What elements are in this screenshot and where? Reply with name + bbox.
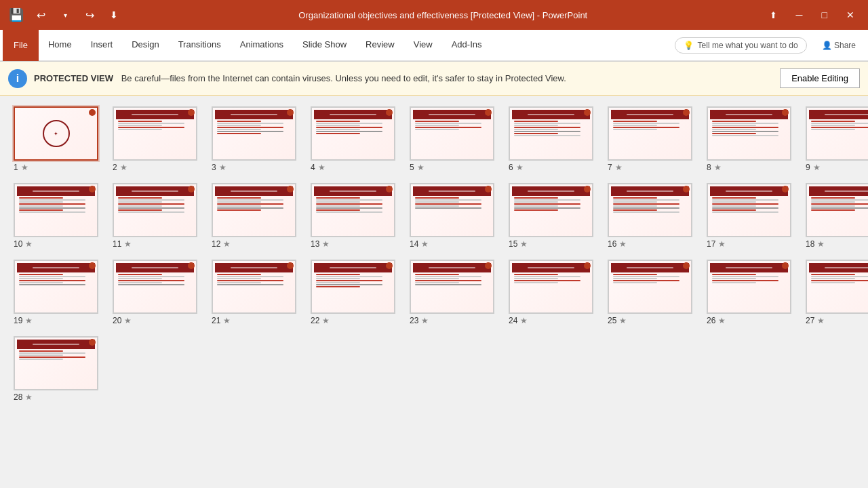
close-button[interactable]: ✕	[838, 0, 863, 30]
slide-item-10[interactable]: 10★	[14, 183, 102, 249]
slide-star-14[interactable]: ★	[421, 239, 429, 249]
slide-item-4[interactable]: 4★	[311, 106, 399, 172]
slide-item-24[interactable]: 24★	[509, 260, 597, 325]
slide-item-1[interactable]: ✦1★	[14, 106, 102, 172]
slide-item-12[interactable]: 12★	[212, 183, 300, 249]
slide-item-15[interactable]: 15★	[509, 183, 597, 249]
slide-item-27[interactable]: 27★	[806, 260, 868, 325]
maximize-button[interactable]: □	[814, 0, 835, 30]
undo-dropdown[interactable]: ▾	[54, 4, 76, 26]
slide-star-25[interactable]: ★	[619, 316, 627, 325]
slide-star-7[interactable]: ★	[615, 163, 623, 172]
slide-line	[712, 280, 778, 281]
slide-star-5[interactable]: ★	[417, 163, 425, 172]
slide-badge-14	[485, 186, 492, 192]
slide-star-4[interactable]: ★	[318, 163, 326, 172]
slide-item-20[interactable]: 20★	[113, 260, 201, 325]
slide-line	[613, 211, 679, 213]
slide-label-1: 1★	[14, 163, 28, 172]
slide-star-8[interactable]: ★	[714, 163, 722, 172]
slide-star-2[interactable]: ★	[120, 163, 127, 172]
slide-line	[613, 207, 679, 209]
restore-down-button[interactable]: ⬆	[762, 0, 785, 30]
slide-item-28[interactable]: 28★	[14, 336, 102, 402]
slide-star-24[interactable]: ★	[520, 316, 528, 325]
slide-thumb-23	[410, 260, 494, 314]
slide-line	[19, 211, 85, 213]
slide-star-13[interactable]: ★	[322, 239, 330, 249]
slide-star-11[interactable]: ★	[124, 239, 132, 249]
slide-item-22[interactable]: 22★	[311, 260, 399, 325]
slide-line	[217, 125, 261, 126]
slide-star-17[interactable]: ★	[718, 239, 726, 249]
tab-review[interactable]: Review	[356, 30, 404, 61]
save-button[interactable]: 💾	[5, 4, 27, 26]
slide-header-bar-7	[611, 110, 689, 119]
slide-item-8[interactable]: 8★	[707, 106, 795, 172]
tell-me-input[interactable]: 💡 Tell me what you want to do	[675, 37, 807, 54]
slide-item-13[interactable]: 13★	[311, 183, 399, 249]
slide-item-26[interactable]: 26★	[707, 260, 795, 325]
slide-star-1[interactable]: ★	[21, 163, 28, 172]
slide-star-9[interactable]: ★	[813, 163, 821, 172]
slide-item-9[interactable]: 9★	[806, 106, 868, 172]
tab-addins[interactable]: Add-Ins	[442, 30, 492, 61]
tab-animations[interactable]: Animations	[231, 30, 293, 61]
slide-star-22[interactable]: ★	[322, 316, 330, 325]
slide-thumb-26	[707, 260, 791, 314]
slide-line	[19, 276, 85, 277]
slide-header-bar-5	[413, 110, 491, 119]
tab-slideshow[interactable]: Slide Show	[293, 30, 356, 61]
slide-star-21[interactable]: ★	[223, 316, 231, 325]
slide-star-28[interactable]: ★	[25, 392, 33, 402]
slide-item-3[interactable]: 3★	[212, 106, 300, 172]
slide-star-6[interactable]: ★	[516, 163, 524, 172]
slide-item-6[interactable]: 6★	[509, 106, 597, 172]
slide-label-13: 13★	[311, 239, 330, 249]
slide-line	[514, 199, 580, 201]
minimize-button[interactable]: ─	[788, 0, 811, 30]
slide-thumb-21	[212, 260, 296, 314]
slide-star-12[interactable]: ★	[223, 239, 231, 249]
slide-line	[514, 278, 558, 279]
slide-item-14[interactable]: 14★	[410, 183, 498, 249]
slide-lines-16	[611, 196, 689, 234]
customize-button[interactable]: ⬇	[103, 4, 125, 26]
slide-star-18[interactable]: ★	[817, 239, 825, 249]
tab-design[interactable]: Design	[122, 30, 168, 61]
slide-star-3[interactable]: ★	[219, 163, 226, 172]
redo-button[interactable]: ↪	[79, 4, 100, 26]
tab-transitions[interactable]: Transitions	[169, 30, 231, 61]
tab-insert[interactable]: Insert	[81, 30, 123, 61]
slide-item-11[interactable]: 11★	[113, 183, 201, 249]
slide-star-27[interactable]: ★	[817, 316, 825, 325]
slide-item-25[interactable]: 25★	[608, 260, 696, 325]
slide-star-23[interactable]: ★	[421, 316, 429, 325]
slide-line	[514, 121, 558, 122]
tab-view[interactable]: View	[404, 30, 442, 61]
enable-editing-button[interactable]: Enable Editing	[780, 68, 860, 88]
slide-item-16[interactable]: 16★	[608, 183, 696, 249]
slide-star-26[interactable]: ★	[718, 316, 726, 325]
slide-star-15[interactable]: ★	[520, 239, 528, 249]
slide-item-18[interactable]: 18★	[806, 183, 868, 249]
slide-item-2[interactable]: 2★	[113, 106, 201, 172]
slide-line	[514, 282, 558, 283]
slide-line	[514, 133, 558, 134]
slide-star-20[interactable]: ★	[124, 316, 132, 325]
slide-item-7[interactable]: 7★	[608, 106, 696, 172]
slide-star-16[interactable]: ★	[619, 239, 627, 249]
slide-item-17[interactable]: 17★	[707, 183, 795, 249]
slide-line	[316, 127, 382, 128]
slide-item-5[interactable]: 5★	[410, 106, 498, 172]
slide-star-10[interactable]: ★	[25, 239, 33, 249]
tab-home[interactable]: Home	[39, 30, 81, 61]
undo-button[interactable]: ↩	[30, 4, 52, 26]
slide-item-21[interactable]: 21★	[212, 260, 300, 325]
tab-file[interactable]: File	[3, 30, 39, 61]
slide-item-23[interactable]: 23★	[410, 260, 498, 325]
share-button[interactable]: 👤 Share	[812, 38, 865, 53]
slide-star-19[interactable]: ★	[25, 316, 33, 325]
slide-line	[811, 278, 855, 279]
slide-item-19[interactable]: 19★	[14, 260, 102, 325]
